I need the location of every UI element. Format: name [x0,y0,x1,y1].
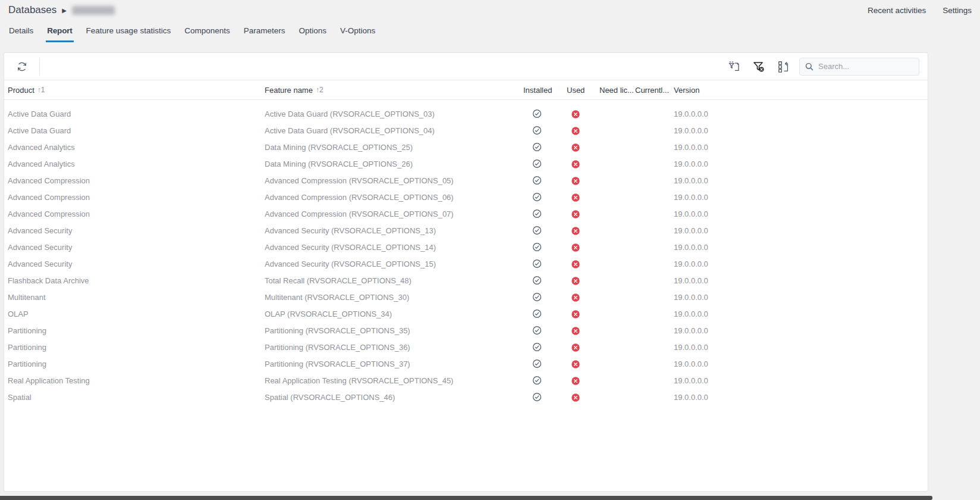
version-cell: 19.0.0.0.0 [674,276,928,285]
installed-cell [523,192,567,202]
table-row[interactable]: Advanced Compression Advanced Compressio… [4,189,928,205]
installed-cell [523,159,567,169]
table-row[interactable]: Advanced Analytics Data Mining (RVSORACL… [4,155,928,172]
feature-name-cell: OLAP (RVSORACLE_OPTIONS_34) [265,310,523,318]
used-cell [567,226,599,235]
used-cell [567,126,599,135]
version-cell: 19.0.0.0.0 [674,110,928,118]
used-cell [567,192,599,202]
table-row[interactable]: Advanced Compression Advanced Compressio… [4,205,928,222]
installed-cell [523,209,567,219]
sort-order-badge: 1 [41,86,45,94]
used-cell [567,242,599,252]
settings-link[interactable]: Settings [943,6,972,15]
version-cell: 19.0.0.0.0 [674,243,928,252]
feature-name-cell: Total Recall (RVSORACLE_OPTIONS_48) [265,276,523,285]
product-cell: Advanced Security [4,260,265,268]
column-header-feature-name[interactable]: Feature name ↑2 [265,86,523,95]
tab-item[interactable]: Details [8,23,34,42]
feature-name-cell: Advanced Compression (RVSORACLE_OPTIONS_… [265,193,523,202]
table-row[interactable]: Advanced Security Advanced Security (RVS… [4,255,928,272]
clear-filter-button[interactable] [749,57,768,76]
version-cell: 19.0.0.0.0 [674,310,928,318]
column-header-product[interactable]: Product ↑1 [4,86,265,95]
used-cell [567,109,599,118]
column-header-version[interactable]: Version [674,86,928,95]
grid-toolbar [4,53,928,80]
product-cell: Advanced Analytics [4,143,265,152]
not-used-cross-icon [571,110,580,118]
search-box [799,58,919,76]
installed-cell [523,392,567,402]
table-row[interactable]: Spatial Spatial (RVSORACLE_OPTIONS_46) [4,389,928,405]
not-used-cross-icon [571,393,580,402]
product-cell: Partitioning [4,360,265,368]
search-input[interactable] [818,62,914,71]
product-cell: Advanced Security [4,226,265,235]
version-cell: 19.0.0.0.0 [674,260,928,268]
used-cell [567,259,599,268]
table-row[interactable]: Partitioning Partitioning (RVSORACLE_OPT… [4,355,928,372]
table-row[interactable]: Active Data Guard Active Data Guard (RVS… [4,122,928,139]
apply-filter-button[interactable] [724,57,743,76]
column-header-currently[interactable]: Currentl... [635,86,674,95]
installed-cell [523,326,567,336]
not-used-cross-icon [571,260,580,268]
version-cell: 19.0.0.0.0 [674,210,928,218]
breadcrumb-caret-icon: ▶ [62,7,67,14]
version-cell: 19.0.0.0.0 [674,226,928,235]
feature-name-cell: Advanced Security (RVSORACLE_OPTIONS_15) [265,260,523,268]
grid-header: Product ↑1 Feature name ↑2 Installed Use… [4,80,928,100]
tab-item[interactable]: V-Options [339,23,376,42]
apply-filter-icon [727,60,740,73]
version-cell: 19.0.0.0.0 [674,326,928,335]
database-name-redacted [72,6,115,15]
table-row[interactable]: Active Data Guard Active Data Guard (RVS… [4,105,928,122]
table-row[interactable]: Advanced Security Advanced Security (RVS… [4,239,928,255]
column-chooser-button[interactable] [774,57,793,76]
installed-cell [523,109,567,119]
table-row[interactable]: Partitioning Partitioning (RVSORACLE_OPT… [4,339,928,355]
refresh-button[interactable] [12,57,32,76]
version-cell: 19.0.0.0.0 [674,143,928,152]
tab-item[interactable]: Options [297,23,328,42]
not-used-cross-icon [571,193,580,202]
tab-item[interactable]: Components [183,23,231,42]
installed-check-icon [532,109,542,118]
feature-name-cell: Active Data Guard (RVSORACLE_OPTIONS_03) [265,110,523,118]
column-header-need-license[interactable]: Need lic... [599,86,635,95]
top-header: Databases ▶ Recent activities Settings [0,0,980,20]
tab-item[interactable]: Feature usage statistics [85,23,172,42]
tab-item[interactable]: Report [46,23,73,42]
table-row[interactable]: Flashback Data Archive Total Recall (RVS… [4,272,928,289]
used-cell [567,376,599,385]
column-header-used[interactable]: Used [567,86,599,95]
product-cell: Partitioning [4,326,265,335]
tab-item[interactable]: Parameters [243,23,287,42]
refresh-icon [15,60,29,73]
horizontal-scrollbar[interactable] [0,496,932,500]
breadcrumb-databases-link[interactable]: Databases [8,4,56,16]
product-cell: OLAP [4,310,265,318]
column-header-installed[interactable]: Installed [523,86,567,95]
used-cell [567,142,599,152]
installed-check-icon [532,192,542,202]
installed-check-icon [532,159,542,168]
product-cell: Real Application Testing [4,376,265,385]
table-row[interactable]: Partitioning Partitioning (RVSORACLE_OPT… [4,322,928,339]
not-used-cross-icon [571,143,580,152]
installed-check-icon [532,142,542,152]
table-row[interactable]: OLAP OLAP (RVSORACLE_OPTIONS_34) [4,305,928,322]
feature-name-cell: Partitioning (RVSORACLE_OPTIONS_35) [265,326,523,335]
table-row[interactable]: Advanced Compression Advanced Compressio… [4,172,928,189]
recent-activities-link[interactable]: Recent activities [868,6,926,15]
table-row[interactable]: Advanced Security Advanced Security (RVS… [4,222,928,239]
installed-cell [523,126,567,136]
table-row[interactable]: Multitenant Multitenant (RVSORACLE_OPTIO… [4,289,928,305]
installed-cell [523,309,567,319]
installed-cell [523,176,567,186]
table-row[interactable]: Real Application Testing Real Applicatio… [4,372,928,389]
table-row[interactable]: Advanced Analytics Data Mining (RVSORACL… [4,139,928,155]
installed-check-icon [532,176,542,185]
not-used-cross-icon [571,343,580,352]
